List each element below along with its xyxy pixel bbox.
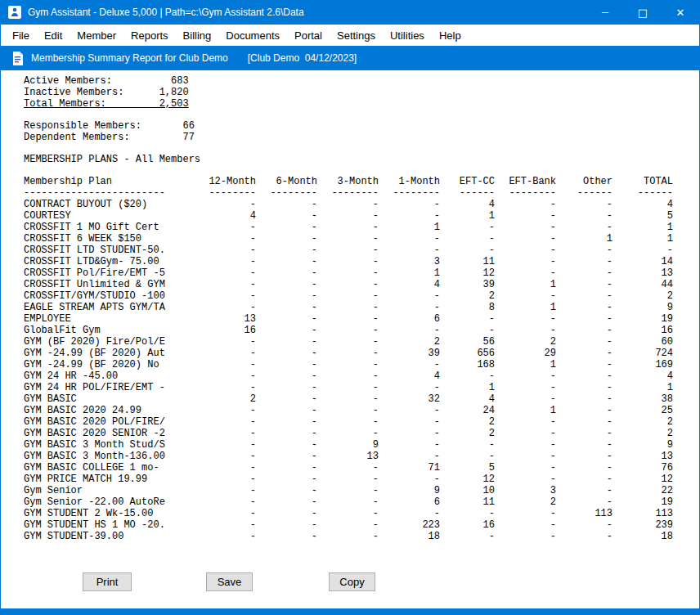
plan-value-cell: -: [495, 256, 556, 267]
plan-value-cell: -: [317, 508, 379, 519]
menu-item-reports[interactable]: Reports: [123, 27, 176, 44]
menu-item-billing[interactable]: Billing: [176, 27, 219, 44]
plan-value-cell: -: [379, 210, 440, 222]
plan-value-cell: -: [317, 290, 379, 302]
close-button[interactable]: ✕: [662, 0, 699, 25]
plan-value-cell: -: [440, 508, 495, 519]
table-row: CROSSFIT Pol/Fire/EMT -5---112--13: [24, 267, 673, 279]
plan-value-cell: -: [187, 267, 256, 279]
menu-item-member[interactable]: Member: [70, 27, 123, 44]
plan-value-cell: -: [556, 451, 612, 462]
plan-value-cell: 2: [612, 428, 673, 439]
save-button[interactable]: Save: [206, 572, 253, 591]
plan-value-cell: -: [256, 359, 317, 370]
plan-value-cell: -: [317, 199, 379, 210]
plan-name-cell: GlobalFit Gym: [24, 325, 187, 336]
title-bar[interactable]: Gym Assistant - Deluxe 5,000 | Path=c:\G…: [1, 0, 699, 25]
plan-value-cell: -: [187, 405, 256, 416]
button-row: Print Save Copy: [24, 572, 699, 591]
table-row: GYM -24.99 (BF 2020) No----1681-169: [24, 359, 673, 370]
menu-item-documents[interactable]: Documents: [218, 27, 287, 44]
plan-value-cell: TOTAL: [612, 176, 673, 187]
plan-value-cell: 24: [440, 405, 495, 416]
plan-value-cell: 56: [440, 336, 495, 348]
table-row: EMPLOYEE13--6---19: [24, 313, 673, 325]
plan-value-cell: 25: [612, 405, 673, 416]
plan-value-cell: 18: [379, 531, 440, 542]
plan-value-cell: -: [440, 245, 495, 256]
plan-name-cell: GYM 24 HR POL/FIRE/EMT -: [24, 382, 187, 393]
plan-name-cell: GYM BASIC 3 Month-136.00: [24, 451, 187, 462]
plan-name-cell: CROSSFIT LTD&Gym- 75.00: [24, 256, 187, 267]
plan-value-cell: -: [256, 508, 317, 519]
plan-value-cell: 2: [379, 336, 440, 348]
menu-item-edit[interactable]: Edit: [37, 27, 70, 44]
plan-value-cell: -: [317, 325, 379, 336]
plan-value-cell: -: [256, 313, 317, 325]
plan-value-cell: ------: [556, 187, 612, 199]
plan-value-cell: -: [379, 508, 440, 519]
menu-item-settings[interactable]: Settings: [330, 27, 383, 44]
minimize-button[interactable]: ─: [586, 0, 624, 25]
plan-value-cell: 1: [612, 222, 673, 233]
table-row: EAGLE STREAM APTS GYM/TA----81-9: [24, 302, 673, 313]
plan-value-cell: -: [187, 485, 256, 496]
plan-name-cell: CROSSFIT 6 WEEK $150: [24, 233, 187, 245]
plan-value-cell: -: [187, 279, 256, 290]
plan-value-cell: -: [440, 313, 495, 325]
plan-value-cell: -: [379, 199, 440, 210]
plan-value-cell: -: [317, 267, 379, 279]
plan-value-cell: -: [317, 474, 379, 485]
menu-bar: FileEditMemberReportsBillingDocumentsPor…: [1, 25, 699, 46]
table-separator-row: ----------------------------------------…: [24, 187, 673, 199]
plan-value-cell: -: [317, 302, 379, 313]
menu-item-help[interactable]: Help: [432, 27, 469, 44]
plan-value-cell: -: [495, 199, 556, 210]
plan-value-cell: 76: [612, 462, 673, 474]
table-row: CONTRACT BUYOUT ($20)----4--4: [24, 199, 673, 210]
plan-value-cell: -: [495, 428, 556, 439]
plan-value-cell: -: [556, 462, 612, 474]
plan-value-cell: -: [317, 485, 379, 496]
table-row: CROSSFIT 1 MO Gift Cert---1---1: [24, 222, 673, 233]
plan-value-cell: -: [495, 210, 556, 222]
table-row: Gym Senior -22.00 AutoRe---6112-19: [24, 496, 673, 508]
plan-value-cell: -: [495, 325, 556, 336]
plan-value-cell: 2: [187, 393, 256, 405]
plan-value-cell: 39: [440, 279, 495, 290]
plan-name-cell: GYM -24.99 (BF 2020) Aut: [24, 348, 187, 359]
plan-value-cell: -: [187, 508, 256, 519]
menu-item-utilities[interactable]: Utilities: [383, 27, 432, 44]
table-row: CROSSFIT Unlimited & GYM---4391-44: [24, 279, 673, 290]
plan-value-cell: -: [495, 474, 556, 485]
table-row: GYM BASIC 3 Month-136.00--13----13: [24, 451, 673, 462]
plan-value-cell: 4: [379, 279, 440, 290]
plan-value-cell: 1: [379, 222, 440, 233]
plan-name-cell: Gym Senior: [24, 485, 187, 496]
menu-item-file[interactable]: File: [5, 27, 37, 44]
plan-value-cell: 3: [379, 256, 440, 267]
plan-value-cell: -: [379, 290, 440, 302]
plan-value-cell: -: [256, 451, 317, 462]
plan-value-cell: -: [256, 531, 317, 542]
plan-value-cell: 223: [379, 519, 440, 531]
plan-value-cell: -: [317, 405, 379, 416]
copy-button[interactable]: Copy: [329, 572, 375, 591]
table-row: GYM (BF 2020) Fire/Pol/E---2562-60: [24, 336, 673, 348]
table-row: GYM STUDENT-39.00---18---18: [24, 531, 673, 542]
plan-value-cell: 2: [495, 336, 556, 348]
print-button[interactable]: Print: [83, 572, 132, 591]
plan-value-cell: -: [495, 313, 556, 325]
plan-value-cell: -: [256, 302, 317, 313]
maximize-button[interactable]: □: [624, 0, 662, 25]
plan-value-cell: -: [440, 531, 495, 542]
plan-value-cell: 11: [440, 256, 495, 267]
menu-item-portal[interactable]: Portal: [287, 27, 330, 44]
plan-value-cell: -: [379, 416, 440, 428]
table-row: GYM PRICE MATCH 19.99----12--12: [24, 474, 673, 485]
plan-value-cell: -: [187, 382, 256, 393]
plan-value-cell: 1: [556, 233, 612, 245]
plan-value-cell: -: [379, 302, 440, 313]
plan-value-cell: 39: [379, 348, 440, 359]
plan-name-cell: CONTRACT BUYOUT ($20): [24, 199, 187, 210]
